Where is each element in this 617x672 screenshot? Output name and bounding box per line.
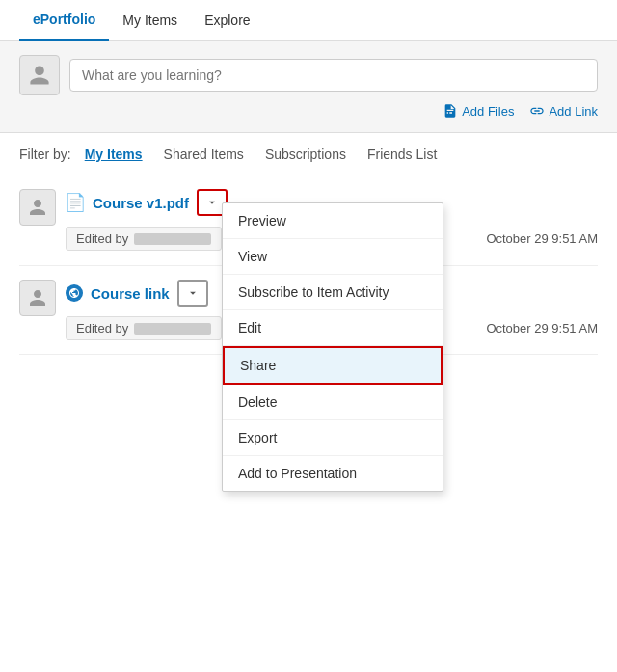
menu-export[interactable]: Export [223, 420, 443, 456]
item-2-date: October 29 9:51 AM [486, 321, 598, 336]
menu-preview[interactable]: Preview [223, 203, 443, 239]
add-files-link[interactable]: Add Files [443, 103, 514, 119]
menu-share[interactable]: Share [223, 346, 443, 385]
item-1-editor-name [134, 233, 211, 245]
nav-bar: ePortfolio My Items Explore [0, 0, 617, 41]
filter-bar: Filter by: My Items Shared Items Subscri… [0, 133, 617, 175]
edited-by-label-1: Edited by [76, 231, 128, 246]
item-1-title[interactable]: Course v1.pdf [93, 195, 189, 211]
item-row-1: 📄 Course v1.pdf Edited by Comment Octobe… [19, 175, 598, 266]
filter-label: Filter by: [19, 147, 71, 162]
item-1-dropdown-menu: Preview View Subscribe to Item Activity … [222, 202, 443, 492]
item-1-edited-by: Edited by [66, 227, 222, 251]
nav-my-items[interactable]: My Items [109, 1, 191, 40]
nav-explore[interactable]: Explore [191, 1, 263, 40]
menu-view[interactable]: View [223, 239, 443, 275]
menu-subscribe[interactable]: Subscribe to Item Activity [223, 275, 443, 310]
filter-my-items[interactable]: My Items [77, 145, 150, 164]
items-area: 📄 Course v1.pdf Edited by Comment Octobe… [0, 175, 617, 355]
filter-friends-list[interactable]: Friends List [360, 145, 444, 164]
add-link-label: Add Link [549, 104, 598, 119]
item-1-date: October 29 9:51 AM [486, 231, 598, 246]
item-2-dropdown-button[interactable] [177, 280, 208, 307]
add-files-label: Add Files [462, 104, 514, 119]
search-input[interactable] [69, 59, 598, 92]
item-2-edited-by: Edited by [66, 316, 222, 340]
nav-eportfolio[interactable]: ePortfolio [19, 0, 109, 41]
pdf-icon: 📄 [66, 193, 85, 212]
user-avatar [19, 55, 60, 95]
item-2-title[interactable]: Course link [91, 285, 170, 302]
globe-icon [66, 284, 83, 302]
item-2-avatar [19, 280, 56, 316]
filter-subscriptions[interactable]: Subscriptions [257, 145, 354, 164]
edited-by-label-2: Edited by [76, 321, 128, 336]
menu-edit[interactable]: Edit [223, 310, 443, 346]
search-area: Add Files Add Link [0, 41, 617, 133]
item-2-editor-name [134, 323, 211, 335]
menu-delete[interactable]: Delete [223, 385, 443, 420]
filter-shared-items[interactable]: Shared Items [156, 145, 252, 164]
menu-add-to-presentation[interactable]: Add to Presentation [223, 456, 443, 491]
item-1-avatar [19, 189, 56, 226]
add-link-link[interactable]: Add Link [529, 103, 598, 119]
